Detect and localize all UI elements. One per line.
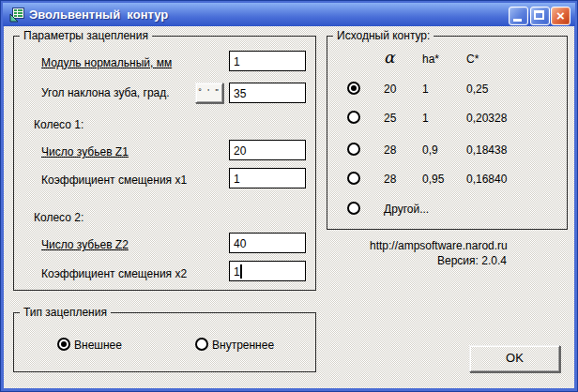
tooth-angle-input[interactable] bbox=[229, 83, 306, 103]
degrees-minutes-seconds-button[interactable]: ° ' " bbox=[195, 83, 223, 103]
cell-ha: 1 bbox=[422, 112, 429, 125]
internal-radio-label[interactable]: Внутреннее bbox=[212, 339, 274, 352]
version-label: Версия: 2.0.4 bbox=[437, 254, 507, 267]
cell-c: 0,20328 bbox=[466, 112, 507, 125]
group-basic-rack-title: Исходный контур: bbox=[333, 29, 434, 42]
titlebar[interactable]: Эвольвентный контур × bbox=[3, 3, 575, 26]
cell-c: 0,25 bbox=[466, 83, 488, 96]
cell-ha: 0,95 bbox=[422, 173, 444, 186]
group-engagement-type: Тип зацепления Внешнее Внутреннее bbox=[13, 312, 316, 372]
shift-coefficient-x1-input[interactable] bbox=[229, 168, 306, 188]
cell-c: 0,18438 bbox=[466, 143, 507, 157]
rack-radio-28a[interactable] bbox=[347, 143, 360, 156]
window-title: Эвольвентный контур bbox=[29, 8, 168, 22]
teeth-count-z1-input[interactable] bbox=[229, 140, 306, 160]
minimize-icon bbox=[513, 19, 522, 22]
rack-radio-20[interactable] bbox=[347, 82, 360, 95]
minimize-button[interactable] bbox=[509, 7, 528, 25]
website-url: http://ampsoftware.narod.ru bbox=[370, 239, 508, 252]
external-radio[interactable] bbox=[57, 338, 70, 351]
rack-row: 28 0,9 0,18438 bbox=[327, 143, 567, 158]
rack-row: 28 0,95 0,16840 bbox=[327, 172, 567, 187]
cell-alpha: 28 bbox=[384, 143, 396, 157]
rack-radio-25[interactable] bbox=[347, 111, 360, 124]
rack-row: Другой... bbox=[327, 202, 567, 217]
teeth-count-z2-label[interactable]: Число зубьев Z2 bbox=[41, 238, 129, 251]
cell-ha: 0,9 bbox=[422, 143, 438, 157]
shift-coefficient-x2-label: Коэффициент смещения х2 bbox=[41, 267, 187, 280]
internal-radio[interactable] bbox=[195, 338, 208, 351]
cell-alpha-other[interactable]: Другой... bbox=[384, 203, 429, 216]
wheel2-label: Колесо 2: bbox=[34, 211, 84, 224]
teeth-count-z1-label[interactable]: Число зубьев Z1 bbox=[41, 145, 129, 158]
cell-alpha: 20 bbox=[384, 83, 396, 96]
cell-alpha: 25 bbox=[384, 112, 396, 125]
rack-radio-28b[interactable] bbox=[347, 172, 360, 185]
maximize-button[interactable] bbox=[530, 7, 550, 25]
close-button[interactable]: × bbox=[551, 7, 570, 25]
group-engagement-type-title: Тип зацепления bbox=[20, 306, 111, 319]
cell-c: 0,16840 bbox=[466, 173, 507, 186]
maximize-icon bbox=[534, 10, 544, 20]
text-cursor bbox=[240, 264, 242, 279]
rack-row: 20 1 0,25 bbox=[327, 82, 567, 97]
close-icon: × bbox=[552, 8, 570, 24]
group-engagement-parameters: Параметры зацепления Модуль нормальный, … bbox=[13, 36, 316, 291]
rack-radio-other[interactable] bbox=[347, 202, 360, 215]
group-basic-rack: Исходный контур: α ha* C* 20 1 0,25 25 1… bbox=[327, 36, 568, 230]
shift-coefficient-x1-label: Коэффициент смещения х1 bbox=[41, 173, 187, 187]
cell-ha: 1 bbox=[422, 83, 429, 96]
tooth-angle-label: Угол наклона зуба, град. bbox=[41, 86, 170, 99]
group-engagement-parameters-title: Параметры зацепления bbox=[20, 29, 152, 42]
app-icon[interactable] bbox=[9, 7, 25, 23]
ok-button[interactable]: OK bbox=[469, 345, 560, 372]
rack-row: 25 1 0,20328 bbox=[327, 111, 567, 126]
external-radio-label[interactable]: Внешнее bbox=[74, 339, 122, 352]
normal-module-label[interactable]: Модуль нормальный, мм bbox=[41, 56, 172, 69]
column-header-ha: ha* bbox=[422, 53, 439, 66]
column-header-alpha: α bbox=[384, 48, 394, 67]
teeth-count-z2-input[interactable] bbox=[229, 233, 306, 253]
wheel1-label: Колесо 1: bbox=[34, 118, 84, 131]
cell-alpha: 28 bbox=[384, 173, 396, 186]
column-header-c: C* bbox=[466, 53, 479, 66]
app-window: Эвольвентный контур × Параметры зацеплен… bbox=[0, 0, 578, 392]
normal-module-input[interactable] bbox=[229, 51, 306, 71]
